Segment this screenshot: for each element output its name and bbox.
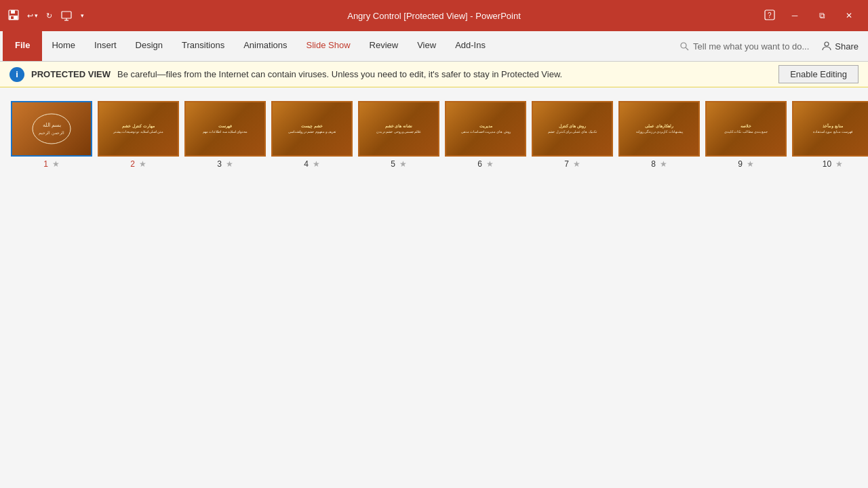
svg-text:?: ? <box>768 12 772 19</box>
slide-thumb-7[interactable]: روش های کنترل تکنیک های عملی برای کنترل … <box>532 101 613 157</box>
slide-meta-10: 10 ★ <box>792 159 868 169</box>
svg-point-9 <box>681 43 686 48</box>
slides-area: بسم الله الرحمن الرحيم 1 ★ مهارت کنترل خ… <box>0 87 868 488</box>
redo-button[interactable]: ↻ <box>43 10 55 22</box>
slide-thumb-2[interactable]: مهارت کنترل خشم متن اصلی اسلاید دو توضیح… <box>98 101 179 157</box>
close-button[interactable]: ✕ <box>835 5 863 26</box>
save-icon[interactable] <box>5 7 22 24</box>
svg-text:بسم الله: بسم الله <box>43 122 61 128</box>
enable-editing-button[interactable]: Enable Editing <box>778 65 859 83</box>
slide-star-3[interactable]: ★ <box>226 159 233 169</box>
slide-item-1[interactable]: بسم الله الرحمن الرحيم 1 ★ <box>11 101 92 475</box>
svg-point-12 <box>33 114 71 144</box>
slide-thumb-10[interactable]: منابع و مآخذ فهرست منابع مورد استفاده <box>792 101 868 157</box>
slide-item-2[interactable]: مهارت کنترل خشم متن اصلی اسلاید دو توضیح… <box>98 101 179 475</box>
search-icon <box>679 41 689 51</box>
slide-meta-8: 8 ★ <box>618 159 700 169</box>
slide-number-5: 5 <box>391 159 395 169</box>
slide-meta-7: 7 ★ <box>532 159 613 169</box>
title-bar-left: ↩▾ ↻ ▾ <box>5 7 220 24</box>
tab-review[interactable]: Review <box>360 31 408 61</box>
slide-item-10[interactable]: منابع و مآخذ فهرست منابع مورد استفاده 10… <box>792 101 868 475</box>
slide-thumb-3[interactable]: فهرست محتوای اسلاید سه اطلاعات مهم <box>184 101 266 157</box>
slide-number-3: 3 <box>217 159 222 169</box>
tab-view[interactable]: View <box>408 31 446 61</box>
slide-star-2[interactable]: ★ <box>139 159 146 169</box>
slide-meta-3: 3 ★ <box>184 159 266 169</box>
slide-star-9[interactable]: ★ <box>747 159 754 169</box>
slide-star-4[interactable]: ★ <box>313 159 320 169</box>
customize-btn[interactable]: ▾ <box>78 11 87 20</box>
tab-animations[interactable]: Animations <box>234 31 296 61</box>
slide-item-3[interactable]: فهرست محتوای اسلاید سه اطلاعات مهم 3 ★ <box>184 101 266 475</box>
svg-rect-4 <box>62 12 71 18</box>
slide-thumb-4[interactable]: خشم چیست تعریف و مفهوم خشم در روانشناسی <box>271 101 353 157</box>
minimize-button[interactable]: ─ <box>781 5 808 26</box>
slide-item-9[interactable]: خلاصه جمع بندی مطالب نکات کلیدی 9 ★ <box>705 101 787 475</box>
slide-thumb-6[interactable]: مدیریت روش های مدیریت احساسات منفی <box>445 101 526 157</box>
svg-line-10 <box>686 47 688 50</box>
tab-slideshow[interactable]: Slide Show <box>297 31 360 61</box>
slide-item-7[interactable]: روش های کنترل تکنیک های عملی برای کنترل … <box>532 101 613 475</box>
slide-item-8[interactable]: راهکارهای عملی پیشنهادات کاربردی در زندگ… <box>618 101 700 475</box>
help-icon[interactable]: ? <box>761 6 778 26</box>
person-icon <box>821 41 832 52</box>
ribbon-tabs: File Home Insert Design Transitions Anim… <box>0 31 868 61</box>
restore-button[interactable]: ⧉ <box>808 5 835 26</box>
presentation-icon[interactable] <box>58 8 75 23</box>
svg-text:الرحمن الرحيم: الرحمن الرحيم <box>39 131 64 136</box>
share-area: Share <box>814 31 865 61</box>
title-bar-right: ? ─ ⧉ ✕ <box>648 5 863 26</box>
slide-star-1[interactable]: ★ <box>52 159 60 169</box>
title-bar: ↩▾ ↻ ▾ Angry Control [Protected View] - … <box>0 0 868 31</box>
slide-number-1: 1 <box>43 159 48 169</box>
slide-item-5[interactable]: نشانه های خشم علائم جسمی و روحی خشم در ب… <box>358 101 439 475</box>
slide-item-6[interactable]: مدیریت روش های مدیریت احساسات منفی 6 ★ <box>445 101 526 475</box>
svg-rect-1 <box>11 10 15 14</box>
ribbon-search[interactable]: Tell me what you want to do... <box>674 31 814 61</box>
slide-meta-4: 4 ★ <box>271 159 353 169</box>
svg-rect-3 <box>11 16 14 19</box>
slide-number-10: 10 <box>823 159 831 169</box>
search-label: Tell me what you want to do... <box>693 41 809 52</box>
slide-number-6: 6 <box>477 159 482 169</box>
slide-meta-2: 2 ★ <box>98 159 179 169</box>
share-label[interactable]: Share <box>835 41 859 52</box>
tab-transitions[interactable]: Transitions <box>172 31 234 61</box>
protected-view-label: PROTECTED VIEW <box>31 69 111 79</box>
slide-meta-1: 1 ★ <box>11 159 92 169</box>
slide-thumb-5[interactable]: نشانه های خشم علائم جسمی و روحی خشم در ب… <box>358 101 439 157</box>
tab-design[interactable]: Design <box>126 31 172 61</box>
svg-point-11 <box>825 42 829 46</box>
slide-thumb-9[interactable]: خلاصه جمع بندی مطالب نکات کلیدی <box>705 101 787 157</box>
window-title: Angry Control [Protected View] - PowerPo… <box>347 11 521 21</box>
slide-meta-6: 6 ★ <box>445 159 526 169</box>
slide-number-8: 8 <box>651 159 656 169</box>
slide-number-2: 2 <box>130 159 135 169</box>
slide-meta-9: 9 ★ <box>705 159 787 169</box>
ribbon: File Home Insert Design Transitions Anim… <box>0 31 868 62</box>
slide-number-7: 7 <box>564 159 569 169</box>
slide-number-4: 4 <box>304 159 309 169</box>
slide-thumb-8[interactable]: راهکارهای عملی پیشنهادات کاربردی در زندگ… <box>618 101 700 157</box>
slide-number-9: 9 <box>738 159 743 169</box>
title-bar-center: Angry Control [Protected View] - PowerPo… <box>220 11 648 21</box>
tab-addins[interactable]: Add-Ins <box>446 31 495 61</box>
undo-button[interactable]: ↩▾ <box>24 10 41 22</box>
slide-thumb-1[interactable]: بسم الله الرحمن الرحيم <box>11 101 92 157</box>
slide-star-6[interactable]: ★ <box>486 159 494 169</box>
slide-meta-5: 5 ★ <box>358 159 439 169</box>
protected-view-icon: i <box>9 67 24 82</box>
slide-star-5[interactable]: ★ <box>399 159 407 169</box>
tab-file[interactable]: File <box>3 31 42 61</box>
slide-star-10[interactable]: ★ <box>835 159 843 169</box>
slide-star-7[interactable]: ★ <box>573 159 580 169</box>
slide-item-4[interactable]: خشم چیست تعریف و مفهوم خشم در روانشناسی … <box>271 101 353 475</box>
tab-insert[interactable]: Insert <box>85 31 126 61</box>
slide-star-8[interactable]: ★ <box>660 159 667 169</box>
protected-view-bar: i PROTECTED VIEW Be careful—files from t… <box>0 62 868 87</box>
window-controls: ─ ⧉ ✕ <box>781 5 863 26</box>
calligraphy-svg: بسم الله الرحمن الرحيم <box>31 112 72 146</box>
protected-view-message: Be careful—files from the Internet can c… <box>117 69 772 79</box>
tab-home[interactable]: Home <box>42 31 85 61</box>
